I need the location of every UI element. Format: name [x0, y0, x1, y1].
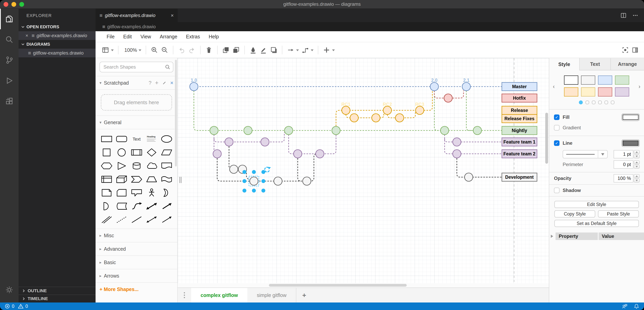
menu-view[interactable]: View: [136, 34, 155, 40]
commit-node[interactable]: [332, 126, 340, 135]
shape-triangle[interactable]: [114, 159, 129, 172]
gradient-checkbox[interactable]: [554, 125, 560, 130]
zoom-level-dropdown[interactable]: 100%: [122, 45, 142, 56]
search-shapes-input[interactable]: [100, 62, 173, 72]
shape-cloud[interactable]: [144, 159, 159, 172]
menu-help[interactable]: Help: [204, 34, 223, 40]
presets-page-dot-3[interactable]: [598, 101, 602, 104]
connection-icon[interactable]: [286, 45, 300, 56]
shape-trapezoid[interactable]: [144, 173, 159, 186]
selection-handle[interactable]: [262, 189, 265, 193]
minimize-window-button[interactable]: [12, 2, 16, 7]
shape-circle[interactable]: [114, 146, 129, 159]
shape-step[interactable]: [129, 173, 144, 186]
branch-connector[interactable]: [298, 158, 301, 181]
scratchpad-edit-icon[interactable]: [162, 80, 167, 85]
diagram-file-item[interactable]: ≡ gitflow-examples.drawio: [18, 49, 96, 57]
scratchpad-dropzone[interactable]: Drag elements here: [101, 94, 172, 111]
split-editor-icon[interactable]: [620, 12, 627, 19]
opacity-stepper[interactable]: [634, 174, 640, 183]
notifications-bell-icon[interactable]: [634, 303, 639, 309]
selection-handle[interactable]: [242, 179, 246, 183]
search-icon[interactable]: [0, 29, 18, 50]
canvas-horizontal-scrollbar[interactable]: [178, 283, 549, 287]
presets-next-icon[interactable]: ›: [638, 83, 640, 90]
shape-hexagon[interactable]: [99, 159, 114, 172]
page-tab-complex-gitflow[interactable]: complex gitflow: [191, 288, 247, 302]
commit-node[interactable]: [440, 126, 449, 135]
commit-node[interactable]: [190, 82, 198, 91]
view-panels-icon[interactable]: [100, 45, 115, 56]
fill-checkbox[interactable]: ✓: [554, 114, 560, 120]
shape-actor[interactable]: [144, 186, 159, 199]
shape-document[interactable]: [159, 159, 174, 172]
add-page-icon[interactable]: +: [296, 288, 312, 302]
editor-tab[interactable]: ≡ gitflow-examples.drawio ×: [96, 9, 178, 22]
more-shapes-button[interactable]: + More Shapes...: [96, 283, 177, 296]
tab-text[interactable]: Text: [579, 58, 610, 70]
selection-handle[interactable]: [262, 170, 265, 174]
menu-arrange[interactable]: Arrange: [155, 34, 182, 40]
commit-node[interactable]: [396, 114, 404, 122]
presets-pagination[interactable]: [549, 100, 644, 104]
shape-note[interactable]: [99, 186, 114, 199]
general-section-header[interactable]: ▾ General: [96, 116, 177, 129]
canvas-vertical-scrollbar[interactable]: [545, 113, 548, 164]
scratchpad-help-icon[interactable]: ?: [149, 80, 152, 86]
shadow-icon[interactable]: [268, 45, 279, 56]
presets-page-dot-1[interactable]: [586, 101, 589, 104]
more-actions-icon[interactable]: [632, 12, 638, 19]
perimeter-input[interactable]: 0 pt: [614, 160, 633, 169]
outline-section[interactable]: OUTLINE: [18, 287, 96, 294]
pages-menu-icon[interactable]: [178, 288, 191, 302]
line-style-dropdown[interactable]: [563, 150, 608, 158]
scratchpad-header[interactable]: ▾ Scratchpad ? + ×: [96, 76, 177, 89]
extensions-icon[interactable]: [0, 91, 18, 111]
panel-resize-grip[interactable]: [178, 175, 182, 185]
source-control-icon[interactable]: [0, 50, 18, 70]
shape-callout[interactable]: [129, 186, 144, 199]
commit-node[interactable]: [464, 173, 473, 181]
settings-gear-icon[interactable]: [0, 279, 18, 300]
to-back-icon[interactable]: [231, 45, 241, 56]
shape-rounded-rectangle[interactable]: [114, 132, 129, 145]
style-preset-4[interactable]: [564, 87, 578, 96]
commit-node[interactable]: [230, 165, 238, 173]
shape-dashed-line[interactable]: [114, 213, 129, 226]
commit-node[interactable]: [284, 126, 293, 135]
delete-icon[interactable]: [204, 45, 214, 56]
shape-textbox[interactable]: Heading: [144, 132, 159, 145]
close-window-button[interactable]: [4, 2, 8, 7]
commit-node[interactable]: [416, 106, 424, 114]
set-default-style-button[interactable]: Set as Default Style: [554, 220, 639, 227]
open-editor-item[interactable]: × ≡ gitflow-examples.drawio: [18, 31, 96, 40]
shapes-scrollbar[interactable]: [175, 60, 177, 167]
redo-icon[interactable]: [187, 45, 197, 56]
commit-node[interactable]: [274, 177, 282, 185]
shape-ellipse[interactable]: [159, 132, 174, 145]
warnings-icon[interactable]: [18, 304, 24, 309]
commit-node[interactable]: [294, 150, 302, 158]
line-color-swatch[interactable]: [622, 139, 640, 147]
commit-node[interactable]: [303, 177, 311, 185]
shape-cylinder[interactable]: [129, 159, 144, 172]
presets-page-dot-2[interactable]: [592, 101, 596, 104]
presets-page-dot-0[interactable]: [579, 100, 583, 104]
branch-connector[interactable]: [229, 146, 249, 180]
shape-bidirectional-connector[interactable]: [144, 213, 159, 226]
commit-node[interactable]: [244, 126, 252, 135]
section-advanced[interactable]: ▸Advanced: [96, 242, 177, 255]
shape-process[interactable]: [129, 146, 144, 159]
style-preset-0[interactable]: [564, 76, 578, 85]
commit-node[interactable]: [383, 106, 392, 114]
timeline-section[interactable]: TIMELINE: [18, 294, 96, 302]
shadow-checkbox[interactable]: [554, 188, 560, 193]
commit-node[interactable]: [210, 126, 218, 135]
style-preset-1[interactable]: [581, 76, 595, 85]
shape-or[interactable]: [159, 186, 174, 199]
breadcrumb[interactable]: ≡ gitflow-examples.drawio: [96, 22, 644, 31]
close-tab-icon[interactable]: ×: [171, 13, 174, 19]
copy-style-button[interactable]: Copy Style: [554, 210, 595, 217]
tab-arrange[interactable]: Arrange: [610, 58, 644, 70]
to-front-icon[interactable]: [221, 45, 231, 56]
